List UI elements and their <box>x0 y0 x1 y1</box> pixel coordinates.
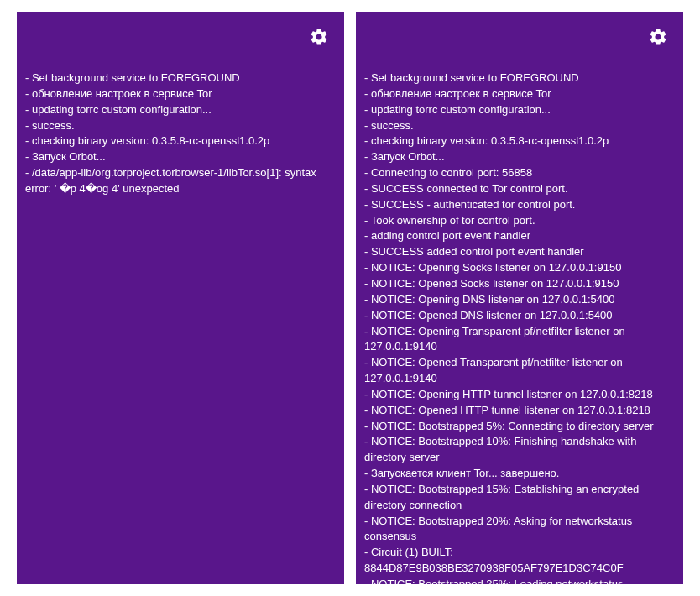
log-line: - NOTICE: Opening HTTP tunnel listener o… <box>364 387 675 403</box>
log-line: - Запуск Orbot... <box>364 149 675 165</box>
log-line: - Set background service to FOREGROUND <box>25 71 336 86</box>
log-line: - updating torrc custom configuration... <box>364 102 675 118</box>
log-line: - NOTICE: Bootstrapped 20%: Asking for n… <box>364 514 675 546</box>
log-line: - success. <box>25 118 336 134</box>
settings-button[interactable] <box>309 27 329 47</box>
log-line: - adding control port event handler <box>364 228 675 244</box>
log-line: - обновление настроек в сервисе Tor <box>25 86 336 102</box>
log-line: - NOTICE: Bootstrapped 15%: Establishing… <box>364 482 675 514</box>
gear-icon <box>648 35 668 50</box>
log-panel-left: - Set background service to FOREGROUND -… <box>17 12 344 584</box>
log-line: - Circuit (1) BUILT: 8844D87E9B038BE3270… <box>364 545 675 577</box>
log-line: - NOTICE: Opened HTTP tunnel listener on… <box>364 403 675 419</box>
log-line: - success. <box>364 118 675 134</box>
log-line: - Запускается клиент Tor... завершено. <box>364 466 675 482</box>
log-line: - SUCCESS added control port event handl… <box>364 244 675 260</box>
log-line: - NOTICE: Opening Transparent pf/netfilt… <box>364 324 675 356</box>
log-line: - NOTICE: Opened Socks listener on 127.0… <box>364 276 675 292</box>
log-line: - NOTICE: Bootstrapped 25%: Loading netw… <box>364 577 675 584</box>
log-line: - обновление настроек в сервисе Tor <box>364 86 675 102</box>
log-line: - updating torrc custom configuration... <box>25 102 336 118</box>
log-line: - NOTICE: Opened DNS listener on 127.0.0… <box>364 308 675 324</box>
settings-button[interactable] <box>648 27 668 47</box>
log-panel-right: - Set background service to FOREGROUND -… <box>356 12 683 584</box>
log-line: - Set background service to FOREGROUND <box>364 71 675 86</box>
log-line: - checking binary version: 0.3.5.8-rc-op… <box>364 133 675 149</box>
log-line: - /data/app-lib/org.torproject.torbrowse… <box>25 165 336 197</box>
log-line: - NOTICE: Opening DNS listener on 127.0.… <box>364 292 675 308</box>
log-line: - Запуск Orbot... <box>25 149 336 165</box>
log-line: - Took ownership of tor control port. <box>364 213 675 229</box>
log-output: - Set background service to FOREGROUND -… <box>25 52 336 197</box>
log-line: - NOTICE: Opening Socks listener on 127.… <box>364 260 675 276</box>
log-line: - NOTICE: Opened Transparent pf/netfilte… <box>364 355 675 387</box>
log-line: - NOTICE: Bootstrapped 5%: Connecting to… <box>364 419 675 435</box>
log-line: - Connecting to control port: 56858 <box>364 165 675 181</box>
gear-icon <box>309 35 329 50</box>
log-line: - SUCCESS - authenticated tor control po… <box>364 197 675 213</box>
log-line: - checking binary version: 0.3.5.8-rc-op… <box>25 133 336 149</box>
log-line: - NOTICE: Bootstrapped 10%: Finishing ha… <box>364 434 675 466</box>
log-output: - Set background service to FOREGROUND -… <box>364 52 675 584</box>
log-line: - SUCCESS connected to Tor control port. <box>364 181 675 197</box>
